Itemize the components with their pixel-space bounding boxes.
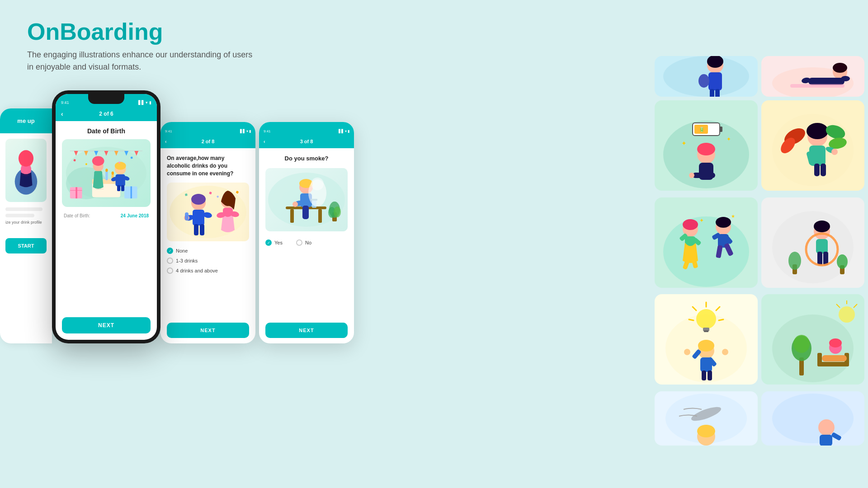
svg-point-78 [311,178,324,190]
svg-rect-184 [820,435,832,446]
partial-illustration [5,139,47,202]
illus-card-2 [761,56,864,97]
svg-rect-51 [194,224,198,235]
mid-next-button[interactable]: NEXT [167,323,249,338]
main-signal-icons: ▋▋ ▾ ▮ [138,100,151,105]
right-option-no-label: No [305,240,311,245]
birthday-illustration: ~~~~ [62,139,151,207]
illus-10-svg [761,391,864,446]
svg-line-151 [716,307,720,310]
svg-rect-59 [236,191,239,194]
main-back-arrow[interactable]: ‹ [61,110,63,117]
mid-option-1-3[interactable]: 1-3 drinks [167,258,249,264]
svg-point-182 [772,394,854,443]
phone-mid: 9:41 ▋▋ ▾ ▮ ‹ 2 of 8 On average,how many… [160,122,255,343]
alcohol-illustration [167,183,249,241]
smoke-illus-svg [265,168,348,231]
illus-card-4 [761,100,864,191]
partial-start-button[interactable]: START [5,238,47,253]
mid-radio-none[interactable] [167,248,173,254]
right-back-arrow[interactable]: ‹ [264,139,265,144]
right-radio-yes[interactable] [265,239,272,246]
svg-rect-115 [821,164,826,176]
illus-3-svg: 🔋 ✦ ✦ [655,100,758,191]
right-radio-no[interactable] [296,239,302,246]
svg-rect-81 [708,72,722,90]
mid-option-1-3-label: 1-3 drinks [176,258,198,263]
mid-status-bar: 9:41 ▋▋ ▾ ▮ [160,122,255,135]
illus-card-10 [761,391,864,446]
phone-main-inner: 9:41 ▋▋ ▾ ▮ ‹ 2 of 6 Date of Birth [56,94,157,340]
svg-rect-49 [185,212,189,221]
svg-text:✦: ✦ [726,136,731,142]
svg-rect-58 [185,194,188,197]
right-status-bar: 9:41 ▋▋ ▾ ▮ [259,122,354,135]
svg-rect-34 [121,185,124,191]
svg-rect-84 [715,89,720,97]
illus-card-3: 🔋 ✦ ✦ [655,100,758,191]
svg-point-127 [716,217,731,228]
right-option-no[interactable]: No [296,239,311,246]
partial-nav: me up [0,108,52,133]
svg-point-102 [689,173,694,178]
svg-rect-168 [817,362,849,366]
illustration-grid: 🔋 ✦ ✦ [651,0,868,488]
svg-rect-28 [130,186,132,198]
svg-point-137 [814,221,830,232]
main-next-button[interactable]: NEXT [62,317,151,333]
svg-rect-139 [817,252,822,265]
svg-point-156 [698,340,714,352]
svg-rect-101 [693,173,715,178]
yes-no-row: Yes No [265,238,348,251]
right-signal: ▋▋ ▾ ▮ [339,129,349,133]
right-time: 9:41 [264,129,271,133]
mid-radio-1-3[interactable] [167,258,173,264]
svg-point-35 [115,162,126,170]
svg-point-172 [829,338,842,347]
svg-rect-173 [822,355,847,361]
mid-signal: ▋▋ ▾ ▮ [240,129,251,133]
svg-text:✦: ✦ [681,140,687,147]
svg-rect-72 [302,206,309,219]
svg-text:★: ★ [731,214,735,219]
mid-radio-4plus[interactable] [167,267,173,274]
svg-point-76 [334,206,341,217]
illus-7-svg [655,294,758,385]
svg-point-120 [683,219,698,230]
alcohol-illus-svg [167,183,249,241]
mid-option-none[interactable]: None [167,248,249,254]
right-next-button[interactable]: NEXT [265,323,348,338]
phone-main: 9:41 ▋▋ ▾ ▮ ‹ 2 of 6 Date of Birth [52,90,160,343]
mid-nav-bar: ‹ 2 of 8 [160,135,255,148]
main-question: Date of Birth [62,127,151,135]
svg-point-82 [698,74,709,88]
svg-point-99 [697,143,715,155]
svg-point-22 [112,171,114,174]
main-time: 9:41 [61,100,69,105]
svg-rect-138 [816,239,828,253]
svg-point-45 [191,194,206,205]
birthday-illus-svg: ~~~~ [62,139,151,207]
right-question: Do you smoke? [265,155,348,163]
svg-point-174 [839,306,855,323]
right-option-yes-label: Yes [274,240,283,245]
svg-rect-25 [75,187,77,198]
svg-point-147 [696,309,716,329]
mid-back-arrow[interactable]: ‹ [165,139,167,144]
page-description: The engaging illustrations enhance our u… [27,49,252,73]
svg-point-117 [831,149,838,155]
svg-point-143 [788,252,801,270]
partial-nav-label: me up [17,117,34,124]
mid-content: On average,how many alcoholic drinks do … [160,148,255,284]
right-progress: 3 of 8 [300,139,313,144]
mid-option-4plus[interactable]: 4 drinks and above [167,267,249,274]
svg-point-107 [807,123,828,139]
svg-rect-63 [290,209,294,223]
illus-8-svg [761,294,864,385]
svg-point-21 [105,169,108,172]
right-option-yes[interactable]: Yes [265,239,283,246]
illus-card-1 [655,56,758,97]
main-progress: 2 of 6 [99,111,113,117]
smoke-illustration [265,168,348,231]
phone-right: 9:41 ▋▋ ▾ ▮ ‹ 3 of 8 Do you smoke? [259,122,354,343]
